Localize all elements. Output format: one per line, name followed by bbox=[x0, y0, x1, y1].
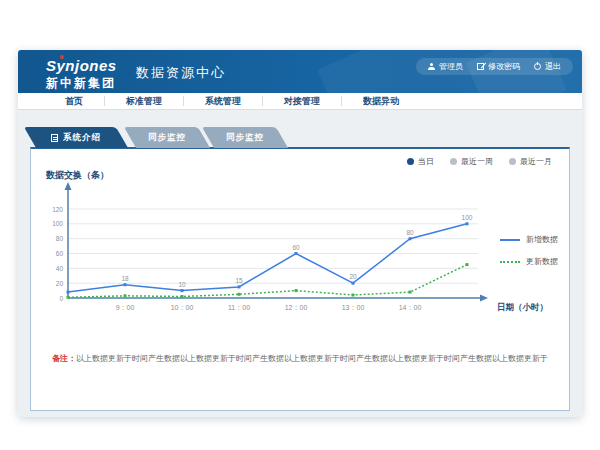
y-tick-label: 120 bbox=[52, 206, 63, 213]
x-tick-label: 13：00 bbox=[342, 304, 365, 311]
logo-text-en: Synjones bbox=[46, 57, 117, 74]
nav-item-data-change[interactable]: 数据异动 bbox=[342, 96, 420, 106]
radio-label: 最近一周 bbox=[461, 156, 493, 167]
data-label: 20 bbox=[349, 273, 357, 280]
data-label: 60 bbox=[292, 244, 300, 251]
chart-legend: 新增数据 更新数据 bbox=[500, 234, 558, 278]
legend-label: 更新数据 bbox=[526, 256, 558, 267]
radio-label: 最近一月 bbox=[520, 156, 552, 167]
x-tick-label: 10：00 bbox=[171, 304, 194, 311]
x-axis-title: 日期（小时） bbox=[497, 302, 548, 314]
logout-button[interactable]: 退出 bbox=[534, 61, 561, 72]
y-tick-label: 100 bbox=[52, 220, 63, 227]
footer-note: 备注：以上数据更新于时间产生数据以上数据更新于时间产生数据以上数据更新于时间产生… bbox=[30, 353, 570, 364]
app-header: Synjones 新中新集团 数据资源中心 管理员 修改密码 退出 bbox=[18, 50, 582, 93]
y-tick-label: 20 bbox=[56, 280, 64, 287]
x-axis-arrow bbox=[480, 295, 488, 302]
logout-label: 退出 bbox=[545, 61, 561, 72]
note-text: 以上数据更新于时间产生数据以上数据更新于时间产生数据以上数据更新于时间产生数据以… bbox=[76, 354, 548, 363]
change-password-button[interactable]: 修改密码 bbox=[477, 61, 520, 72]
legend-item-new-data: 新增数据 bbox=[500, 234, 558, 245]
data-point bbox=[181, 295, 184, 298]
nav-item-home[interactable]: 首页 bbox=[44, 96, 105, 106]
y-tick-label: 0 bbox=[59, 295, 63, 302]
data-point bbox=[67, 296, 70, 299]
data-label: 100 bbox=[462, 214, 473, 221]
data-point bbox=[352, 282, 355, 285]
x-tick-label: 14：00 bbox=[399, 304, 422, 311]
line-chart: 0204060801001209：0010：0011：0012：0013：001… bbox=[30, 166, 570, 336]
nav-item-system-mgmt[interactable]: 系统管理 bbox=[184, 96, 263, 106]
data-label: 18 bbox=[121, 275, 129, 282]
tab-label: 同步监控 bbox=[148, 132, 186, 144]
data-point bbox=[295, 289, 298, 292]
legend-item-update-data: 更新数据 bbox=[500, 256, 558, 267]
logo-text-cn: 新中新集团 bbox=[46, 75, 117, 92]
logo-red-dot-icon bbox=[60, 55, 64, 59]
data-point bbox=[67, 291, 70, 294]
radio-today[interactable]: 当日 bbox=[407, 156, 434, 167]
x-tick-label: 9：00 bbox=[116, 304, 135, 311]
data-point bbox=[295, 252, 298, 255]
tab-system-intro[interactable]: 系统介绍 bbox=[30, 127, 122, 148]
data-point bbox=[466, 263, 469, 266]
data-label: 10 bbox=[178, 281, 186, 288]
radio-dot-icon bbox=[407, 158, 414, 165]
company-logo: Synjones 新中新集团 bbox=[46, 57, 117, 92]
legend-dotted-line-icon bbox=[500, 261, 520, 263]
power-icon bbox=[534, 63, 541, 70]
edit-icon bbox=[477, 63, 484, 70]
change-password-label: 修改密码 bbox=[488, 61, 520, 72]
y-tick-label: 80 bbox=[56, 235, 64, 242]
y-axis-arrow bbox=[65, 182, 72, 190]
tab-sync-monitor-1[interactable]: 同步监控 bbox=[130, 127, 204, 148]
data-point bbox=[181, 289, 184, 292]
nav-item-interface-mgmt[interactable]: 对接管理 bbox=[263, 96, 342, 106]
radio-last-month[interactable]: 最近一月 bbox=[509, 156, 552, 167]
data-point bbox=[409, 237, 412, 240]
main-nav: 首页 标准管理 系统管理 对接管理 数据异动 bbox=[18, 93, 582, 110]
radio-dot-icon bbox=[509, 158, 516, 165]
data-point bbox=[124, 294, 127, 297]
user-name: 管理员 bbox=[439, 61, 463, 72]
data-point bbox=[466, 222, 469, 225]
y-tick-label: 40 bbox=[56, 265, 64, 272]
data-point bbox=[124, 283, 127, 286]
radio-dot-icon bbox=[450, 158, 457, 165]
radio-label: 当日 bbox=[418, 156, 434, 167]
data-label: 15 bbox=[235, 277, 243, 284]
x-tick-label: 11：00 bbox=[228, 304, 250, 311]
y-axis-title: 数据交换（条） bbox=[46, 169, 109, 182]
tab-label: 同步监控 bbox=[226, 132, 264, 144]
note-label: 备注： bbox=[52, 354, 76, 363]
radio-last-week[interactable]: 最近一周 bbox=[450, 156, 493, 167]
page-title: 数据资源中心 bbox=[136, 64, 226, 82]
user-toolbar: 管理员 修改密码 退出 bbox=[416, 58, 573, 75]
legend-solid-line-icon bbox=[500, 239, 520, 241]
document-icon bbox=[51, 134, 58, 142]
user-menu[interactable]: 管理员 bbox=[428, 61, 463, 72]
app-window: Synjones 新中新集团 数据资源中心 管理员 修改密码 退出 首页 标准管… bbox=[18, 50, 582, 417]
user-icon bbox=[428, 63, 435, 70]
data-label: 80 bbox=[406, 229, 414, 236]
x-tick-label: 12：00 bbox=[285, 304, 308, 311]
tab-sync-monitor-2[interactable]: 同步监控 bbox=[208, 127, 282, 148]
y-tick-label: 60 bbox=[56, 250, 64, 257]
data-point bbox=[238, 285, 241, 288]
data-point bbox=[352, 294, 355, 297]
nav-item-standard-mgmt[interactable]: 标准管理 bbox=[105, 96, 184, 106]
time-range-filter: 当日 最近一周 最近一月 bbox=[407, 156, 552, 167]
data-point bbox=[409, 291, 412, 294]
tab-label: 系统介绍 bbox=[63, 132, 101, 144]
legend-label: 新增数据 bbox=[526, 234, 558, 245]
data-point bbox=[238, 293, 241, 296]
